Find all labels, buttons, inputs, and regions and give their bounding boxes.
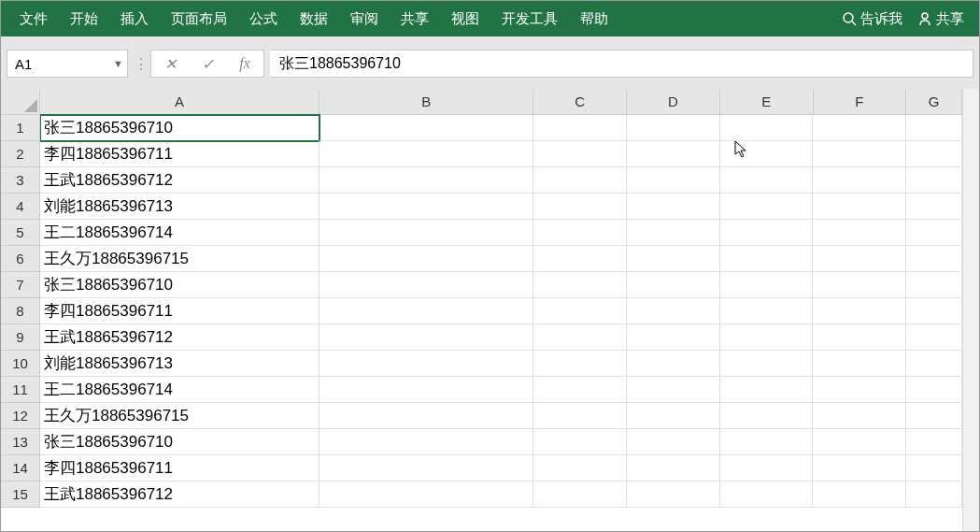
cell-C10[interactable] (533, 351, 627, 377)
cell-E10[interactable] (720, 351, 814, 377)
cell-F14[interactable] (813, 455, 906, 482)
cell-G15[interactable] (906, 482, 962, 508)
row-header-3[interactable]: 3 (1, 167, 40, 194)
cell-C11[interactable] (533, 377, 627, 403)
cell-E15[interactable] (720, 482, 814, 508)
ribbon-tab-视图[interactable]: 视图 (440, 1, 490, 36)
cell-D10[interactable] (627, 351, 720, 377)
cell-F5[interactable] (813, 220, 906, 246)
cell-F7[interactable] (813, 272, 906, 298)
row-header-4[interactable]: 4 (1, 194, 40, 220)
share-button[interactable]: 共享 (910, 10, 972, 28)
cell-F1[interactable] (813, 115, 906, 141)
cell-B12[interactable] (320, 403, 533, 429)
cell-B3[interactable] (320, 167, 533, 194)
cell-E9[interactable] (720, 324, 814, 351)
ribbon-tab-开发工具[interactable]: 开发工具 (490, 1, 569, 36)
cell-D14[interactable] (627, 455, 720, 482)
cell-E7[interactable] (720, 272, 814, 298)
cell-A14[interactable]: 李四18865396711 (40, 455, 320, 482)
cell-B6[interactable] (320, 246, 533, 272)
ribbon-tab-文件[interactable]: 文件 (8, 1, 59, 36)
ribbon-tab-公式[interactable]: 公式 (238, 1, 289, 36)
column-header-E[interactable]: E (720, 89, 814, 115)
cell-E8[interactable] (720, 298, 814, 324)
cell-C12[interactable] (533, 403, 627, 429)
cell-B11[interactable] (320, 377, 533, 403)
cell-A11[interactable]: 王二18865396714 (40, 377, 320, 403)
select-all-corner[interactable] (1, 89, 40, 115)
cell-D1[interactable] (627, 115, 720, 141)
column-header-G[interactable]: G (906, 89, 962, 115)
cell-F12[interactable] (813, 403, 906, 429)
cell-D9[interactable] (627, 324, 720, 351)
row-header-14[interactable]: 14 (1, 455, 40, 482)
cell-A8[interactable]: 李四18865396711 (40, 298, 320, 324)
row-header-12[interactable]: 12 (1, 403, 40, 429)
cell-G2[interactable] (906, 141, 962, 167)
cell-B8[interactable] (320, 298, 533, 324)
cell-E14[interactable] (720, 455, 814, 482)
cell-F2[interactable] (813, 141, 906, 167)
cell-A12[interactable]: 王久万18865396715 (40, 403, 320, 429)
column-header-D[interactable]: D (627, 89, 720, 115)
cell-G14[interactable] (906, 455, 962, 482)
cell-C7[interactable] (533, 272, 627, 298)
column-header-F[interactable]: F (814, 89, 907, 115)
row-header-11[interactable]: 11 (1, 377, 40, 403)
row-header-1[interactable]: 1 (1, 115, 40, 141)
cell-E4[interactable] (720, 194, 814, 220)
cell-D13[interactable] (627, 429, 720, 455)
ribbon-tab-页面布局[interactable]: 页面布局 (160, 1, 238, 36)
cell-D12[interactable] (627, 403, 720, 429)
cell-D8[interactable] (627, 298, 720, 324)
tell-me-search[interactable]: 告诉我 (834, 10, 910, 28)
cell-F3[interactable] (813, 167, 906, 194)
row-header-7[interactable]: 7 (1, 272, 40, 298)
row-header-10[interactable]: 10 (1, 351, 40, 377)
cell-A1[interactable]: 张三18865396710 (40, 115, 320, 141)
cell-F10[interactable] (813, 351, 906, 377)
cell-A5[interactable]: 王二18865396714 (40, 220, 320, 246)
cell-F15[interactable] (813, 482, 906, 508)
cell-G6[interactable] (906, 246, 962, 272)
cell-D11[interactable] (627, 377, 720, 403)
cell-G3[interactable] (906, 167, 962, 194)
ribbon-tab-帮助[interactable]: 帮助 (569, 1, 619, 36)
cell-B15[interactable] (320, 482, 533, 508)
row-header-9[interactable]: 9 (1, 324, 40, 351)
confirm-button[interactable]: ✓ (189, 55, 226, 73)
cell-C6[interactable] (533, 246, 627, 272)
cell-E2[interactable] (720, 141, 814, 167)
cell-G10[interactable] (906, 351, 962, 377)
formula-input[interactable]: 张三18865396710 (270, 50, 973, 78)
cell-G8[interactable] (906, 298, 962, 324)
row-header-15[interactable]: 15 (1, 482, 40, 508)
cell-G5[interactable] (906, 220, 962, 246)
cell-C4[interactable] (533, 194, 627, 220)
ribbon-tab-开始[interactable]: 开始 (59, 1, 109, 36)
ribbon-tab-共享[interactable]: 共享 (390, 1, 440, 36)
cell-B1[interactable] (320, 115, 533, 141)
cell-A10[interactable]: 刘能18865396713 (40, 351, 320, 377)
cell-D5[interactable] (627, 220, 720, 246)
row-header-13[interactable]: 13 (1, 429, 40, 455)
cell-A2[interactable]: 李四18865396711 (40, 141, 320, 167)
row-header-6[interactable]: 6 (1, 246, 40, 272)
row-header-2[interactable]: 2 (1, 141, 40, 167)
cell-B5[interactable] (320, 220, 533, 246)
vertical-scrollbar[interactable] (962, 89, 979, 531)
cell-A13[interactable]: 张三18865396710 (40, 429, 320, 455)
cell-A4[interactable]: 刘能18865396713 (40, 194, 320, 220)
cell-E3[interactable] (720, 167, 814, 194)
cell-E1[interactable] (720, 115, 814, 141)
cell-B4[interactable] (320, 194, 533, 220)
cell-C15[interactable] (533, 482, 627, 508)
ribbon-tab-插入[interactable]: 插入 (109, 1, 160, 36)
cell-B10[interactable] (320, 351, 533, 377)
cell-D15[interactable] (627, 482, 720, 508)
cell-F13[interactable] (813, 429, 906, 455)
column-header-B[interactable]: B (320, 89, 533, 115)
cell-E12[interactable] (720, 403, 814, 429)
cell-G13[interactable] (906, 429, 962, 455)
